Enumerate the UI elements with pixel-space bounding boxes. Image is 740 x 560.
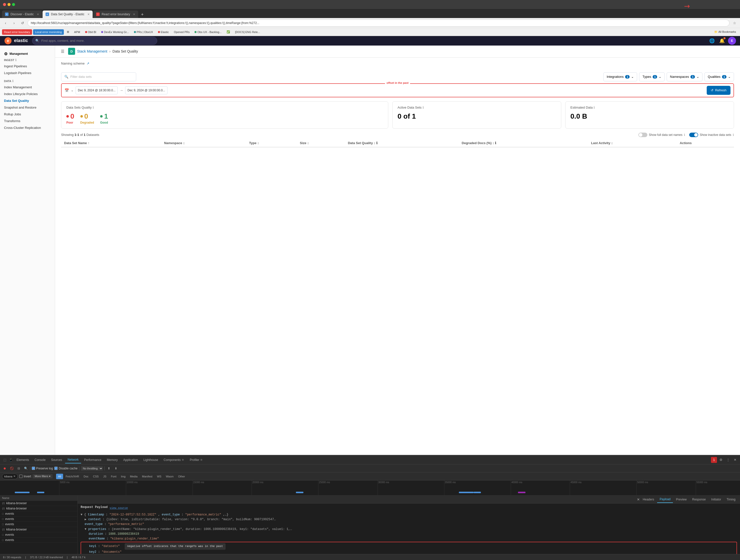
hamburger-menu-button[interactable]: ☰ — [59, 48, 66, 55]
dt-download-button[interactable]: ⬇ — [113, 466, 119, 471]
col-header-activity[interactable]: Last Activity ↕ — [588, 139, 677, 147]
sidebar-item-logstash-pipelines[interactable]: Logstash Pipelines — [0, 70, 55, 76]
toggle-inactive-switch[interactable] — [689, 133, 698, 137]
bookmark-all[interactable]: 📁 All Bookmarks — [712, 29, 738, 35]
bookmark-docs-eng[interactable]: ✅ — [224, 29, 232, 35]
address-input[interactable] — [27, 19, 730, 26]
dt-upload-button[interactable]: ⬆ — [106, 466, 112, 471]
dt-error-badge[interactable]: 1 — [711, 457, 717, 463]
bookmark-apm[interactable]: APM — [72, 29, 82, 35]
throttle-select[interactable]: No throttling — [81, 466, 103, 471]
col-header-size[interactable]: Size ↕ — [297, 139, 345, 147]
minimize-button[interactable] — [7, 3, 10, 6]
more-filters-button[interactable]: More filters ▾ — [32, 474, 52, 478]
dt-tab-elements[interactable]: Elements — [14, 456, 31, 463]
dt-tab-sources[interactable]: Sources — [49, 456, 65, 463]
ftype-css[interactable]: CSS — [91, 474, 101, 479]
filter-data-sets-input[interactable]: 🔍 Filter data sets — [61, 72, 136, 81]
detail-tab-timing[interactable]: Timing — [724, 496, 738, 503]
bookmark-devex[interactable]: DevEx Working Gr... — [99, 29, 131, 35]
dt-tab-profiler[interactable]: Profiler ⚛ — [187, 456, 205, 463]
sidebar-item-transforms[interactable]: Transforms — [0, 118, 55, 124]
app-search-bar[interactable]: 🔍 Find apps, content, and more. — [32, 37, 157, 45]
maximize-button[interactable] — [12, 3, 15, 6]
sidebar-item-index-management[interactable]: Index Management — [0, 84, 55, 91]
dt-tab-components[interactable]: Components ⚛ — [161, 456, 187, 463]
close-detail-pane-button[interactable]: ✕ — [637, 497, 640, 501]
detail-tab-payload[interactable]: Payload — [657, 496, 673, 503]
notifications-button[interactable]: 🔔 — [718, 37, 726, 45]
globe-icon-button[interactable]: 🌐 — [708, 37, 716, 45]
disable-cache-checkbox[interactable]: ✓ Disable cache — [54, 467, 77, 470]
bookmark-opened-prs[interactable]: Opened PRs — [172, 29, 191, 35]
dt-close-button[interactable]: ✕ — [732, 457, 738, 463]
pill-namespaces[interactable]: Namespaces 1 ⌄ — [667, 72, 703, 81]
ftype-fetch-xhr[interactable]: Fetch/XHR — [64, 474, 81, 479]
sidebar-item-data-set-quality[interactable]: Data Set Quality — [0, 97, 55, 104]
bookmark-react-error[interactable]: React error boundary — [2, 29, 32, 35]
bookmark-docs-label[interactable]: [DOCS] ENG Rele... — [233, 29, 262, 35]
invert-checkbox[interactable]: Invert — [19, 475, 31, 478]
detail-tab-headers[interactable]: Headers — [640, 496, 657, 503]
dt-tab-performance[interactable]: Performance — [82, 456, 104, 463]
view-source-link[interactable]: view source — [110, 507, 128, 510]
sidebar-item-ingest-pipelines[interactable]: Ingest Pipelines — [0, 63, 55, 70]
ftype-wasm[interactable]: Wasm — [164, 474, 176, 479]
bookmark-obs-ux[interactable]: Obs UX - Backlog... — [192, 29, 223, 35]
pill-types[interactable]: Types 1 ⌄ — [639, 72, 665, 81]
net-item-1[interactable]: ⟨/⟩ kibana-browser — [0, 501, 77, 506]
dt-tab-application[interactable]: Application — [121, 456, 141, 463]
pill-integrations[interactable]: Integrations 1 ⌄ — [603, 72, 637, 81]
pill-qualities[interactable]: Qualities 1 ⌄ — [705, 72, 734, 81]
ftype-img[interactable]: Img — [119, 474, 127, 479]
dt-settings-button[interactable]: ⚙ — [718, 457, 724, 463]
net-item-7[interactable]: □ events — [0, 532, 77, 538]
bookmark-prs[interactable]: PRs | ObxUX — [132, 29, 155, 35]
tab-react-error[interactable]: ! React error boundary ✕ — [93, 10, 138, 18]
back-button[interactable]: ‹ — [2, 19, 9, 26]
tab-close-error[interactable]: ✕ — [133, 13, 135, 16]
col-header-name[interactable]: Data Set Name ↑ — [61, 139, 161, 147]
net-item-4[interactable]: □ events — [0, 517, 77, 522]
dt-more-button[interactable]: ⋮ — [725, 457, 731, 463]
col-header-degraded[interactable]: Degraded Docs (%) ↕ ℹ — [459, 139, 588, 147]
col-header-namespace[interactable]: Namespace ↕ — [161, 139, 246, 147]
net-item-8[interactable]: □ events — [0, 538, 77, 543]
dt-search-button[interactable]: 🔍 — [23, 466, 28, 471]
tab-close-dataset[interactable]: ✕ — [87, 13, 90, 16]
expand-icon-4[interactable]: ▼ — [85, 528, 86, 531]
toggle-full-names[interactable]: Show full data set names ℹ — [638, 133, 685, 137]
dt-tab-console[interactable]: Console — [32, 456, 48, 463]
breadcrumb-stack-management[interactable]: Stack Management — [77, 49, 107, 53]
ftype-media[interactable]: Media — [128, 474, 140, 479]
forward-button[interactable]: › — [10, 19, 17, 26]
sidebar-item-index-lifecycle[interactable]: Index Lifecycle Policies — [0, 91, 55, 97]
reload-button[interactable]: ↺ — [19, 19, 26, 26]
expand-icon-1[interactable]: ▼ — [81, 513, 82, 517]
col-header-type[interactable]: Type ↕ — [246, 139, 297, 147]
net-item-5[interactable]: □ events — [0, 522, 77, 527]
ftype-font[interactable]: Font — [109, 474, 118, 479]
detail-tab-response[interactable]: Response — [690, 496, 708, 503]
sidebar-item-cross-cluster[interactable]: Cross-Cluster Replication — [0, 124, 55, 131]
ftype-all[interactable]: All — [56, 474, 63, 479]
devtools-device-button[interactable]: 📱 — [8, 457, 13, 463]
detail-tab-initiator[interactable]: Initiator — [709, 496, 724, 503]
bookmark-elastic[interactable]: Elastic — [156, 29, 171, 35]
devtools-inspect-button[interactable]: ⬚ — [2, 457, 7, 463]
toggle-full-names-switch[interactable] — [638, 133, 647, 137]
bookmark-local-error[interactable]: Local error moniroting — [33, 29, 64, 35]
close-button[interactable] — [3, 3, 6, 6]
refresh-button[interactable]: ↺ Refresh — [707, 86, 731, 95]
date-to-field[interactable]: Dec 9, 2024 @ 19:00:00.0... — [125, 86, 167, 94]
preserve-log-checkbox[interactable]: ✓ Preserve log — [32, 467, 53, 470]
bookmark-obit-bi[interactable]: Obit BI — [83, 29, 98, 35]
expand-icon-2[interactable]: ▶ — [85, 518, 86, 521]
tab-close-discover[interactable]: ✕ — [37, 13, 39, 16]
dt-tab-network[interactable]: Network — [65, 456, 81, 463]
sidebar-item-snapshot-restore[interactable]: Snapshot and Restore — [0, 104, 55, 111]
bookmark-button[interactable]: ☆ — [731, 19, 738, 26]
bookmark-grid[interactable]: ⊞ — [65, 29, 71, 35]
net-item-2[interactable]: ⟨/⟩ kibana-browser — [0, 506, 77, 511]
net-item-6[interactable]: ⟨/⟩ kibana-browser — [0, 527, 77, 532]
